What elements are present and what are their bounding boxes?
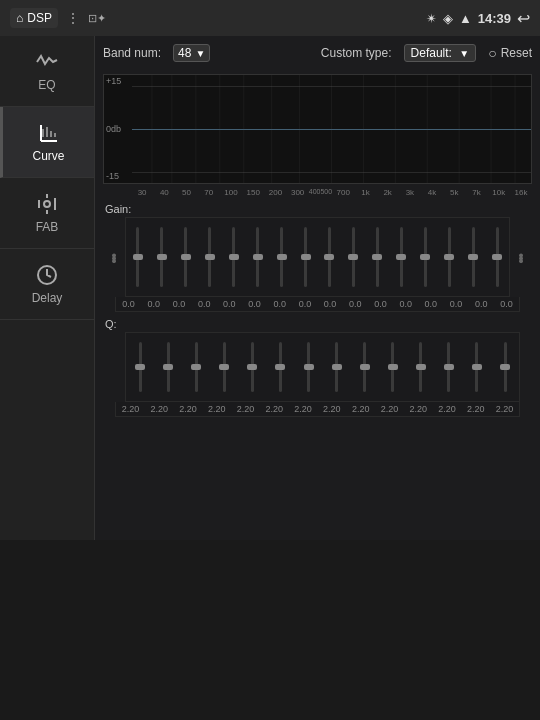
gain-val-13: 0.0: [418, 299, 443, 309]
gain-slider-7[interactable]: [270, 222, 294, 292]
gain-slider-11[interactable]: [365, 222, 389, 292]
time-display: 14:39: [478, 11, 511, 26]
gain-val-12: 0.0: [393, 299, 418, 309]
gain-slider-13[interactable]: [413, 222, 437, 292]
freq-150: 150: [242, 188, 264, 197]
wifi-icon: ▲: [459, 11, 472, 26]
band-num-select[interactable]: 48 ▼: [173, 44, 210, 62]
gain-val-1: 0.0: [116, 299, 141, 309]
gain-val-2: 0.0: [141, 299, 166, 309]
q-label: Q:: [105, 318, 117, 330]
q-val-10: 2.20: [375, 404, 404, 414]
curve-icon: [37, 121, 61, 145]
gain-slider-16[interactable]: [485, 222, 509, 292]
freq-16k: 16k: [510, 188, 532, 197]
q-slider-12[interactable]: [435, 337, 463, 397]
sidebar-item-delay[interactable]: Delay: [0, 249, 94, 320]
q-slider-14[interactable]: [491, 337, 519, 397]
gain-slider-15[interactable]: [461, 222, 485, 292]
sidebar-delay-label: Delay: [32, 291, 63, 305]
gain-val-7: 0.0: [267, 299, 292, 309]
gain-slider-6[interactable]: [246, 222, 270, 292]
freq-200: 200: [264, 188, 286, 197]
dsp-panel: Band num: 48 ▼ Custom type: Default: ▼ ○…: [95, 36, 540, 540]
home-icon: ⌂: [16, 11, 23, 25]
gain-left-dots[interactable]: •••: [103, 253, 125, 262]
controls-row: Band num: 48 ▼ Custom type: Default: ▼ ○…: [95, 36, 540, 64]
freq-10k: 10k: [488, 188, 510, 197]
menu-icon[interactable]: ⋮: [66, 10, 80, 26]
gain-slider-12[interactable]: [389, 222, 413, 292]
db-label-top: +15: [104, 77, 121, 86]
custom-type-select[interactable]: Default: ▼: [404, 44, 477, 62]
sidebar-item-fab[interactable]: FAB: [0, 178, 94, 249]
gain-slider-8[interactable]: [294, 222, 318, 292]
freq-30: 30: [131, 188, 153, 197]
q-sliders-area: [125, 332, 520, 402]
sidebar-eq-label: EQ: [38, 78, 55, 92]
eq-grid[interactable]: +15 0db -15: [103, 74, 532, 184]
freq-4k: 4k: [421, 188, 443, 197]
gain-val-5: 0.0: [217, 299, 242, 309]
q-val-1: 2.20: [116, 404, 145, 414]
q-val-12: 2.20: [433, 404, 462, 414]
gain-slider-14[interactable]: [437, 222, 461, 292]
delay-icon: [35, 263, 59, 287]
sidebar-item-eq[interactable]: EQ: [0, 36, 94, 107]
db-labels: +15 0db -15: [104, 75, 121, 183]
q-slider-1[interactable]: [126, 337, 154, 397]
q-val-8: 2.20: [317, 404, 346, 414]
gain-slider-1[interactable]: [126, 222, 150, 292]
main-area: EQ Curve FAB: [0, 36, 540, 540]
svg-point-6: [44, 201, 50, 207]
q-val-9: 2.20: [346, 404, 375, 414]
gain-val-15: 0.0: [469, 299, 494, 309]
gain-label: Gain:: [105, 203, 131, 215]
reset-circle-icon: ○: [488, 45, 496, 61]
q-slider-7[interactable]: [294, 337, 322, 397]
custom-type-label: Custom type:: [321, 46, 392, 60]
freq-1k: 1k: [354, 188, 376, 197]
fab-icon: [35, 192, 59, 216]
q-val-14: 2.20: [490, 404, 519, 414]
reset-button[interactable]: ○ Reset: [488, 45, 532, 61]
bluetooth-icon: ✴: [426, 11, 437, 26]
gain-slider-9[interactable]: [318, 222, 342, 292]
bottom-padding: [0, 540, 540, 720]
freq-300: 300: [287, 188, 309, 197]
back-icon[interactable]: ↩: [517, 9, 530, 28]
gain-slider-2[interactable]: [150, 222, 174, 292]
q-slider-11[interactable]: [407, 337, 435, 397]
gain-val-9: 0.0: [318, 299, 343, 309]
gain-val-11: 0.0: [368, 299, 393, 309]
sidebar-item-curve[interactable]: Curve: [0, 107, 94, 178]
q-slider-8[interactable]: [323, 337, 351, 397]
freq-400500: 400500: [309, 188, 332, 197]
freq-3k: 3k: [399, 188, 421, 197]
q-slider-3[interactable]: [182, 337, 210, 397]
q-sliders-container: •••: [95, 332, 540, 402]
q-slider-13[interactable]: [463, 337, 491, 397]
gain-sliders-area: [125, 217, 510, 297]
band-num-value: 48: [178, 46, 191, 60]
q-slider-4[interactable]: [210, 337, 238, 397]
gain-val-3: 0.0: [166, 299, 191, 309]
q-slider-10[interactable]: [379, 337, 407, 397]
custom-type-value: Default:: [411, 46, 452, 60]
status-bar: ⌂ DSP ⋮ ⊡✦ ✴ ◈ ▲ 14:39 ↩: [0, 0, 540, 36]
gain-slider-5[interactable]: [222, 222, 246, 292]
db-label-bot: -15: [104, 172, 121, 181]
q-slider-2[interactable]: [154, 337, 182, 397]
gain-slider-4[interactable]: [198, 222, 222, 292]
status-left: ⌂ DSP ⋮ ⊡✦: [10, 8, 106, 28]
sidebar-curve-label: Curve: [32, 149, 64, 163]
gain-right-dots[interactable]: •••: [510, 253, 532, 262]
q-slider-6[interactable]: [266, 337, 294, 397]
gain-slider-10[interactable]: [341, 222, 365, 292]
band-num-chevron: ▼: [195, 48, 205, 59]
gain-sliders-container: ••• •••: [95, 217, 540, 297]
q-slider-5[interactable]: [238, 337, 266, 397]
home-button[interactable]: ⌂ DSP: [10, 8, 58, 28]
gain-slider-3[interactable]: [174, 222, 198, 292]
q-slider-9[interactable]: [351, 337, 379, 397]
